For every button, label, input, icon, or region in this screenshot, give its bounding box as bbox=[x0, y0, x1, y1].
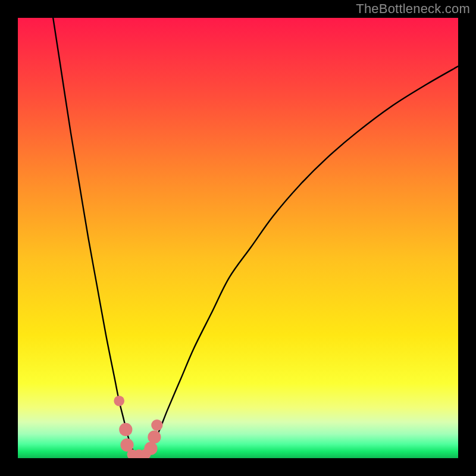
highlight-markers bbox=[114, 396, 162, 458]
chart-frame: TheBottleneck.com bbox=[0, 0, 476, 476]
plot-area bbox=[18, 18, 458, 458]
highlight-marker bbox=[114, 396, 124, 406]
highlight-marker bbox=[151, 419, 162, 431]
curve-left-branch bbox=[53, 18, 132, 449]
curve-right-branch bbox=[150, 66, 458, 449]
highlight-marker bbox=[148, 430, 161, 443]
highlight-marker bbox=[144, 442, 157, 455]
highlight-marker bbox=[119, 423, 132, 436]
curve-layer bbox=[18, 18, 458, 458]
watermark-text: TheBottleneck.com bbox=[356, 1, 470, 17]
